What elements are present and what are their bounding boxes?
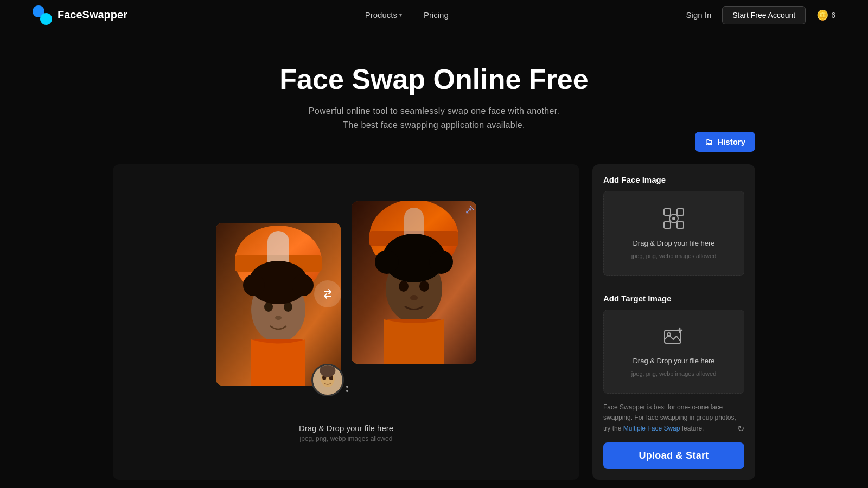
- svg-rect-31: [664, 209, 671, 215]
- divider-1: [603, 285, 744, 285]
- hero-title: Face Swap Online Free: [11, 63, 857, 95]
- hero-subtitle-line1: Powerful online tool to seamlessly swap …: [11, 104, 857, 118]
- main-content: ⤢: [0, 153, 868, 488]
- thumbnail-face-svg: [313, 365, 342, 395]
- svg-point-17: [399, 281, 409, 292]
- upload-card: Add Face Image Drag & Drop your file her…: [592, 164, 755, 480]
- svg-point-7: [275, 316, 282, 320]
- svg-point-22: [429, 250, 453, 274]
- swap-arrows-icon: [314, 280, 341, 307]
- svg-point-29: [346, 386, 348, 388]
- demo-image-2: ⤢: [352, 201, 476, 364]
- history-icon: 🗂: [705, 137, 713, 146]
- nav-products[interactable]: Products ▾: [365, 10, 402, 20]
- svg-point-10: [292, 274, 314, 296]
- face-upload-section: Add Face Image Drag & Drop your file her…: [603, 175, 744, 276]
- nav-center: Products ▾ Pricing: [365, 10, 449, 20]
- logo-circle-cyan: [40, 13, 52, 25]
- products-label: Products: [365, 10, 397, 20]
- info-text: Face Swapper is best for one-to-one face…: [603, 402, 744, 434]
- svg-point-21: [375, 250, 399, 274]
- navbar: FaceSwapper Products ▾ Pricing Sign In S…: [0, 0, 868, 30]
- image-plus-icon: [663, 326, 684, 347]
- dots-svg: [344, 384, 350, 395]
- target-upload-title: Add Target Image: [603, 294, 744, 303]
- demo-face-svg-2: [352, 201, 476, 364]
- dot-1: [344, 384, 350, 397]
- pricing-label: Pricing: [424, 10, 449, 20]
- credits-count: 6: [831, 11, 835, 20]
- start-free-button[interactable]: Start Free Account: [722, 6, 806, 24]
- credits-icon: 🪙: [816, 9, 828, 21]
- face-upload-title: Add Face Image: [603, 175, 744, 184]
- svg-point-36: [672, 217, 675, 220]
- credits-badge[interactable]: 🪙 6: [816, 9, 835, 21]
- expand-arrows: ⤡: [469, 203, 475, 212]
- history-button[interactable]: 🗂 History: [695, 132, 755, 152]
- nav-pricing[interactable]: Pricing: [424, 10, 449, 20]
- logo-icon: [33, 5, 52, 25]
- right-panel: 🗂 History Add Face Image: [592, 164, 755, 480]
- svg-rect-34: [677, 222, 684, 228]
- arrows-svg: [320, 286, 335, 301]
- face-upload-icon: [663, 208, 685, 234]
- demo-drop-formats: jpeg, png, webp images allowed: [299, 435, 393, 442]
- demo-drop-title: Drag & Drop your file here: [299, 423, 393, 433]
- logo[interactable]: FaceSwapper: [33, 5, 127, 25]
- nav-right: Sign In Start Free Account 🪙 6: [686, 6, 835, 24]
- upload-start-button[interactable]: Upload & Start: [603, 442, 744, 469]
- target-upload-icon: [663, 326, 684, 351]
- demo-drop-area: Drag & Drop your file here jpeg, png, we…: [299, 423, 393, 442]
- face-thumbnail: [311, 364, 344, 396]
- hero-subtitle-line2: The best face swapping application avail…: [11, 118, 857, 132]
- chevron-down-icon: ▾: [399, 12, 402, 18]
- multiple-face-swap-link[interactable]: Multiple Face Swap: [623, 425, 680, 432]
- target-formats: jpeg, png, webp images allowed: [631, 370, 717, 377]
- refresh-icon[interactable]: ↻: [737, 423, 744, 434]
- svg-point-30: [346, 390, 348, 392]
- face-drop-text: Drag & Drop your file here: [633, 239, 714, 247]
- scan-face-icon: [663, 208, 685, 229]
- face-formats: jpeg, png, webp images allowed: [631, 253, 717, 259]
- svg-rect-33: [664, 222, 671, 228]
- target-drop-text: Drag & Drop your file here: [633, 357, 714, 365]
- demo-images: ⤢: [216, 201, 476, 407]
- logo-text: FaceSwapper: [58, 9, 127, 21]
- svg-rect-32: [677, 209, 684, 215]
- svg-point-18: [419, 281, 429, 292]
- svg-point-9: [243, 274, 265, 296]
- demo-panel[interactable]: ⤢: [113, 164, 579, 480]
- target-upload-dropzone[interactable]: Drag & Drop your file here jpeg, png, we…: [603, 310, 744, 394]
- info-container: Face Swapper is best for one-to-one face…: [603, 402, 744, 434]
- sign-in-button[interactable]: Sign In: [686, 10, 712, 20]
- svg-point-19: [410, 295, 418, 300]
- face-upload-dropzone[interactable]: Drag & Drop your file here jpeg, png, we…: [603, 191, 744, 276]
- target-upload-section: Add Target Image Drag & Drop your file h…: [603, 294, 744, 394]
- history-label: History: [717, 137, 745, 146]
